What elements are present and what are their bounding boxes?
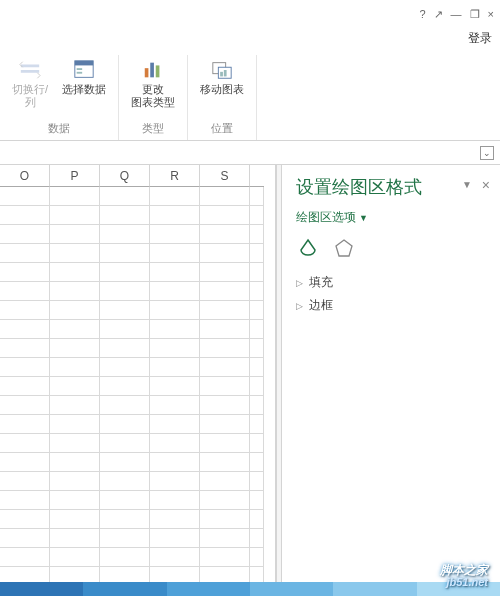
pane-selector[interactable]: 绘图区选项 ▼ xyxy=(296,209,490,226)
col-header[interactable]: S xyxy=(200,165,250,187)
cell[interactable] xyxy=(50,301,100,320)
cell[interactable] xyxy=(50,225,100,244)
cell[interactable] xyxy=(150,301,200,320)
cell[interactable] xyxy=(50,472,100,491)
col-header[interactable]: R xyxy=(150,165,200,187)
cell[interactable] xyxy=(250,510,264,529)
cell[interactable] xyxy=(100,453,150,472)
ribbon-options-icon[interactable]: ↗ xyxy=(434,8,443,21)
cell[interactable] xyxy=(50,320,100,339)
cell[interactable] xyxy=(200,415,250,434)
cell[interactable] xyxy=(150,491,200,510)
col-header[interactable]: Q xyxy=(100,165,150,187)
cell[interactable] xyxy=(150,206,200,225)
cell[interactable] xyxy=(50,282,100,301)
cell[interactable] xyxy=(150,434,200,453)
maximize-icon[interactable]: ❐ xyxy=(470,8,480,21)
cell[interactable] xyxy=(150,529,200,548)
cell[interactable] xyxy=(0,225,50,244)
cell[interactable] xyxy=(200,472,250,491)
cell[interactable] xyxy=(200,510,250,529)
cell[interactable] xyxy=(200,339,250,358)
cell[interactable] xyxy=(100,358,150,377)
cell[interactable] xyxy=(50,244,100,263)
cell[interactable] xyxy=(0,320,50,339)
cell[interactable] xyxy=(250,358,264,377)
cell[interactable] xyxy=(200,377,250,396)
cell[interactable] xyxy=(50,510,100,529)
cell[interactable] xyxy=(150,225,200,244)
cell[interactable] xyxy=(200,529,250,548)
cell[interactable] xyxy=(50,434,100,453)
cell[interactable] xyxy=(150,358,200,377)
cell[interactable] xyxy=(0,244,50,263)
cell[interactable] xyxy=(250,339,264,358)
cell[interactable] xyxy=(100,263,150,282)
cell[interactable] xyxy=(100,396,150,415)
cell[interactable] xyxy=(250,320,264,339)
cell[interactable] xyxy=(150,187,200,206)
cell[interactable] xyxy=(50,206,100,225)
cell[interactable] xyxy=(200,491,250,510)
cell[interactable] xyxy=(200,548,250,567)
cell[interactable] xyxy=(0,434,50,453)
close-icon[interactable]: × xyxy=(488,8,494,20)
worksheet-grid[interactable]: O P Q R S xyxy=(0,165,276,595)
cell[interactable] xyxy=(0,415,50,434)
cell[interactable] xyxy=(0,301,50,320)
cell[interactable] xyxy=(250,491,264,510)
cell[interactable] xyxy=(150,282,200,301)
col-header[interactable]: P xyxy=(50,165,100,187)
cell[interactable] xyxy=(200,358,250,377)
cell[interactable] xyxy=(150,396,200,415)
cell[interactable] xyxy=(200,282,250,301)
cell[interactable] xyxy=(200,453,250,472)
pane-menu-icon[interactable]: ▼ xyxy=(462,179,472,190)
cell[interactable] xyxy=(250,415,264,434)
cell[interactable] xyxy=(50,263,100,282)
cell[interactable] xyxy=(200,434,250,453)
cell[interactable] xyxy=(0,396,50,415)
cell[interactable] xyxy=(0,472,50,491)
cell[interactable] xyxy=(50,453,100,472)
cell[interactable] xyxy=(150,263,200,282)
cell[interactable] xyxy=(100,225,150,244)
cell[interactable] xyxy=(250,206,264,225)
cell[interactable] xyxy=(50,377,100,396)
cell[interactable] xyxy=(150,510,200,529)
cell[interactable] xyxy=(0,529,50,548)
cell[interactable] xyxy=(250,301,264,320)
cell[interactable] xyxy=(150,339,200,358)
cell[interactable] xyxy=(250,529,264,548)
login-link[interactable]: 登录 xyxy=(0,28,500,51)
cell[interactable] xyxy=(250,453,264,472)
cell[interactable] xyxy=(150,415,200,434)
cell[interactable] xyxy=(50,491,100,510)
cell[interactable] xyxy=(250,282,264,301)
cell[interactable] xyxy=(0,491,50,510)
cell[interactable] xyxy=(250,472,264,491)
cell[interactable] xyxy=(0,548,50,567)
cell[interactable] xyxy=(250,187,264,206)
cell[interactable] xyxy=(100,339,150,358)
cell[interactable] xyxy=(50,548,100,567)
expand-formula-bar-icon[interactable]: ⌄ xyxy=(480,146,494,160)
cell[interactable] xyxy=(0,510,50,529)
cell[interactable] xyxy=(250,225,264,244)
cell[interactable] xyxy=(150,377,200,396)
cell[interactable] xyxy=(150,244,200,263)
border-section[interactable]: ▷ 边框 xyxy=(296,297,490,314)
cell[interactable] xyxy=(150,472,200,491)
help-icon[interactable]: ? xyxy=(419,8,425,20)
fill-section[interactable]: ▷ 填充 xyxy=(296,274,490,291)
cell[interactable] xyxy=(50,339,100,358)
cell[interactable] xyxy=(50,529,100,548)
cell[interactable] xyxy=(250,244,264,263)
col-header[interactable]: O xyxy=(0,165,50,187)
cell[interactable] xyxy=(0,206,50,225)
cell[interactable] xyxy=(100,491,150,510)
cell[interactable] xyxy=(0,358,50,377)
cell[interactable] xyxy=(100,282,150,301)
cell[interactable] xyxy=(250,263,264,282)
cell[interactable] xyxy=(150,320,200,339)
